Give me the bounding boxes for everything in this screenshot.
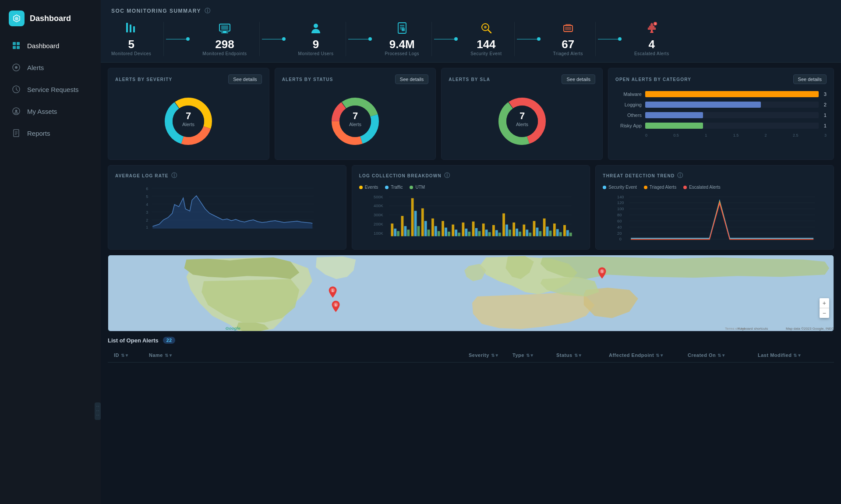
status-see-details-button[interactable]: See details [395, 74, 428, 84]
bar-row-logging: Logging 2 [615, 102, 827, 108]
bar-fill-risky-app [645, 123, 703, 129]
metric-triaged-icon [562, 22, 574, 36]
soc-title: SOC MONITORING SUMMARY ⓘ [111, 7, 830, 15]
th-type: Type ⇅▼ [512, 352, 556, 358]
affected-endpoint-filter-icon[interactable]: ⇅▼ [656, 353, 664, 358]
dashboard-icon [11, 41, 21, 50]
map-zoom-in-button[interactable]: + [820, 298, 829, 308]
my-assets-icon [11, 106, 21, 116]
soc-info-icon: ⓘ [205, 7, 211, 15]
svg-text:5: 5 [146, 194, 148, 199]
svg-rect-18 [223, 32, 226, 32]
svg-rect-82 [411, 198, 413, 236]
open-alerts-see-details-button[interactable]: See details [793, 74, 827, 84]
legend-traffic: Traffic [385, 185, 403, 190]
panel-open-alerts-category: OPEN ALERTS BY CATEGORY See details Malw… [608, 68, 834, 160]
map-zoom-out-button[interactable]: − [820, 308, 829, 318]
name-filter-icon[interactable]: ⇅▼ [165, 353, 173, 358]
svg-rect-0 [13, 42, 16, 45]
svg-rect-120 [539, 231, 541, 236]
th-created-on: Created On ⇅▼ [688, 352, 758, 358]
svg-text:Terms of Use: Terms of Use [725, 327, 746, 331]
svg-rect-125 [556, 229, 559, 236]
svg-rect-129 [569, 233, 572, 236]
sla-see-details-button[interactable]: See details [562, 74, 595, 84]
alerts-icon [11, 63, 21, 72]
svg-rect-3 [17, 46, 20, 49]
svg-rect-110 [505, 225, 508, 236]
bar-fill-logging [645, 102, 761, 108]
sla-panel-header: ALERTS BY SLA See details [449, 74, 595, 84]
svg-rect-105 [488, 232, 491, 236]
chart-log-collection: LOG COLLECTION BREAKDOWN ⓘ Events Traffi… [352, 165, 590, 250]
sidebar-item-service-requests[interactable]: Service Requests [4, 79, 96, 100]
charts-row: AVERAGE LOG RATE ⓘ 6 5 4 3 2 1 [101, 165, 841, 255]
sidebar-item-my-assets[interactable]: My Assets [4, 101, 96, 122]
metric-endpoints-value: 298 [215, 39, 234, 50]
th-affected-endpoint: Affected Endpoint ⇅▼ [609, 352, 688, 358]
svg-rect-113 [516, 229, 518, 236]
svg-text:80: 80 [617, 213, 622, 217]
svg-rect-80 [404, 226, 406, 236]
legend-utm: UTM [410, 185, 425, 190]
legend-utm-dot [410, 186, 413, 189]
sidebar-alerts-label: Alerts [27, 64, 44, 71]
svg-rect-93 [448, 232, 450, 236]
svg-rect-106 [492, 225, 495, 236]
connector-2 [260, 39, 286, 39]
svg-text:1: 1 [146, 225, 148, 229]
svg-rect-124 [553, 223, 556, 236]
sidebar-collapse-handle[interactable]: ⋮⋮⋮ [95, 402, 101, 420]
status-filter-icon[interactable]: ⇅▼ [574, 353, 583, 358]
metric-events-value: 144 [477, 39, 495, 50]
sidebar-logo-label: Dashboard [30, 14, 71, 23]
svg-rect-97 [462, 222, 464, 236]
sidebar-item-dashboard[interactable]: Dashboard [4, 35, 96, 56]
panel-alerts-severity: ALERTS BY SEVERITY See details 7 Alerts [108, 68, 269, 160]
svg-text:20: 20 [617, 231, 622, 236]
svg-rect-104 [485, 229, 488, 236]
svg-rect-128 [566, 230, 569, 236]
chart-threat-detection: THREAT DETECTION TREND ⓘ Security Event … [595, 165, 834, 250]
created-on-filter-icon[interactable]: ⇅▼ [717, 353, 726, 358]
svg-rect-109 [502, 213, 505, 236]
svg-rect-123 [549, 231, 551, 236]
id-filter-icon[interactable]: ⇅▼ [121, 353, 129, 358]
bar-label-others: Others [615, 113, 642, 118]
bar-label-logging: Logging [615, 102, 642, 107]
connector-1 [164, 39, 190, 39]
avg-log-rate-chart: 6 5 4 3 2 1 [115, 185, 339, 233]
sidebar-item-reports[interactable]: Reports [4, 123, 96, 144]
reports-icon [11, 128, 21, 138]
severity-see-details-button[interactable]: See details [228, 74, 261, 84]
sidebar-item-alerts[interactable]: Alerts [4, 57, 96, 78]
th-last-modified: Last Modified ⇅▼ [758, 352, 828, 358]
svg-text:100: 100 [617, 207, 624, 211]
open-alerts-bar-chart: Malware 3 Logging 2 Others [615, 89, 827, 139]
svg-point-8 [15, 110, 18, 112]
svg-rect-85 [421, 208, 424, 236]
sidebar-my-assets-label: My Assets [27, 108, 57, 115]
log-collection-info-icon: ⓘ [444, 172, 450, 180]
bar-fill-others [645, 112, 703, 118]
bar-value-malware: 3 [824, 92, 827, 97]
type-filter-icon[interactable]: ⇅▼ [526, 353, 534, 358]
svg-text:60: 60 [617, 219, 622, 223]
svg-rect-33 [650, 32, 654, 33]
svg-rect-95 [455, 229, 457, 236]
legend-escalated: Escalated Alerts [683, 185, 721, 190]
svg-text:Map data ©2023 Google, INEGI: Map data ©2023 Google, INEGI [786, 327, 834, 331]
map-zoom-controls: + − [820, 298, 829, 318]
svg-text:7: 7 [519, 110, 524, 121]
svg-text:0: 0 [619, 237, 622, 241]
threat-detection-info-icon: ⓘ [677, 172, 683, 180]
severity-filter-icon[interactable]: ⇅▼ [491, 353, 499, 358]
svg-rect-114 [519, 232, 521, 236]
soc-monitoring-header: SOC MONITORING SUMMARY ⓘ 5 Monitored Dev… [101, 0, 841, 63]
last-modified-filter-icon[interactable]: ⇅▼ [793, 353, 802, 358]
svg-rect-117 [529, 233, 531, 236]
metric-users-icon [310, 22, 322, 36]
svg-rect-121 [543, 219, 545, 236]
svg-rect-101 [475, 228, 477, 236]
svg-rect-118 [533, 221, 535, 236]
